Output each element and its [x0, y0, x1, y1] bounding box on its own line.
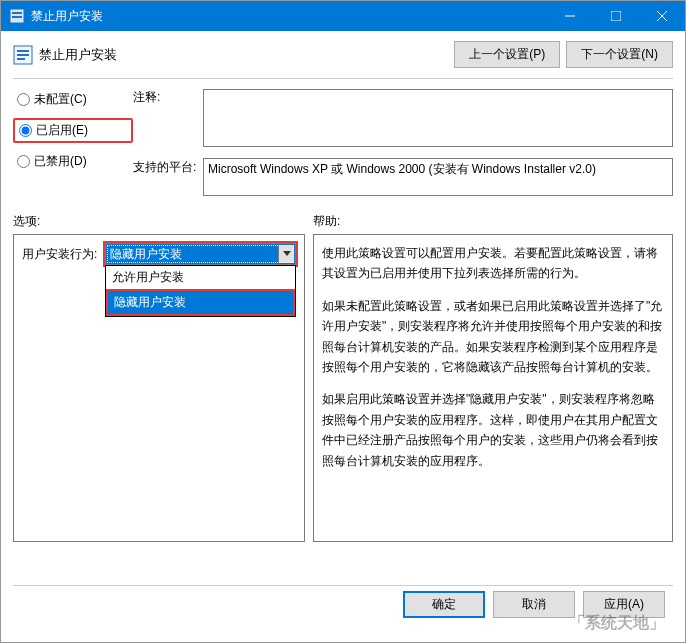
combo-dropdown: 允许用户安装 隐藏用户安装 [105, 265, 296, 317]
options-label: 选项: [13, 213, 313, 230]
maximize-button[interactable] [593, 1, 639, 31]
help-paragraph-1: 使用此策略设置可以配置用户安装。若要配置此策略设置，请将其设置为已启用并使用下拉… [322, 243, 664, 284]
svg-rect-9 [17, 54, 29, 56]
titlebar: 禁止用户安装 [1, 1, 685, 31]
radio-enabled-input[interactable] [19, 124, 32, 137]
minimize-button[interactable] [547, 1, 593, 31]
watermark: 「系统天地」 [561, 611, 673, 636]
combo-option-allow[interactable]: 允许用户安装 [106, 266, 295, 289]
state-radio-group: 未配置(C) 已启用(E) 已禁用(D) [13, 89, 133, 207]
svg-rect-8 [17, 50, 29, 52]
help-paragraph-2: 如果未配置此策略设置，或者如果已启用此策略设置并选择了"允许用户安装"，则安装程… [322, 296, 664, 378]
policy-large-icon [13, 45, 33, 65]
behavior-combo[interactable]: 隐藏用户安装 允许用户安装 隐藏用户安装 [105, 243, 296, 265]
combo-selected[interactable]: 隐藏用户安装 [105, 243, 296, 265]
behavior-label: 用户安装行为: [22, 246, 97, 263]
radio-enabled[interactable]: 已启用(E) [13, 118, 133, 143]
radio-not-configured-label: 未配置(C) [34, 91, 87, 108]
header-row: 禁止用户安装 上一个设置(P) 下一个设置(N) [13, 41, 673, 68]
svg-rect-1 [12, 12, 22, 14]
radio-disabled-label: 已禁用(D) [34, 153, 87, 170]
svg-rect-2 [12, 16, 22, 18]
radio-disabled[interactable]: 已禁用(D) [13, 151, 133, 172]
help-panel: 使用此策略设置可以配置用户安装。若要配置此策略设置，请将其设置为已启用并使用下拉… [313, 234, 673, 542]
combo-option-hide[interactable]: 隐藏用户安装 [106, 289, 295, 316]
footer-divider [13, 585, 673, 586]
radio-not-configured[interactable]: 未配置(C) [13, 89, 133, 110]
divider [13, 78, 673, 79]
page-title: 禁止用户安装 [39, 46, 448, 64]
radio-enabled-label: 已启用(E) [36, 122, 88, 139]
options-panel: 用户安装行为: 隐藏用户安装 允许用户安装 隐藏用户安装 [13, 234, 305, 542]
platform-label: 支持的平台: [133, 159, 203, 176]
help-label: 帮助: [313, 213, 340, 230]
combo-selected-text: 隐藏用户安装 [110, 246, 182, 263]
svg-rect-4 [611, 11, 621, 21]
prev-setting-button[interactable]: 上一个设置(P) [454, 41, 560, 68]
next-setting-button[interactable]: 下一个设置(N) [566, 41, 673, 68]
comment-label: 注释: [133, 89, 203, 153]
comment-textarea[interactable] [203, 89, 673, 147]
ok-button[interactable]: 确定 [403, 591, 485, 618]
radio-not-configured-input[interactable] [17, 93, 30, 106]
svg-rect-10 [17, 58, 25, 60]
window-title: 禁止用户安装 [31, 8, 547, 25]
radio-disabled-input[interactable] [17, 155, 30, 168]
close-button[interactable] [639, 1, 685, 31]
chevron-down-icon[interactable] [278, 245, 294, 263]
help-paragraph-3: 如果启用此策略设置并选择"隐藏用户安装"，则安装程序将忽略按照每个用户安装的应用… [322, 389, 664, 471]
policy-icon [9, 8, 25, 24]
platform-textarea: Microsoft Windows XP 或 Windows 2000 (安装有… [203, 158, 673, 196]
